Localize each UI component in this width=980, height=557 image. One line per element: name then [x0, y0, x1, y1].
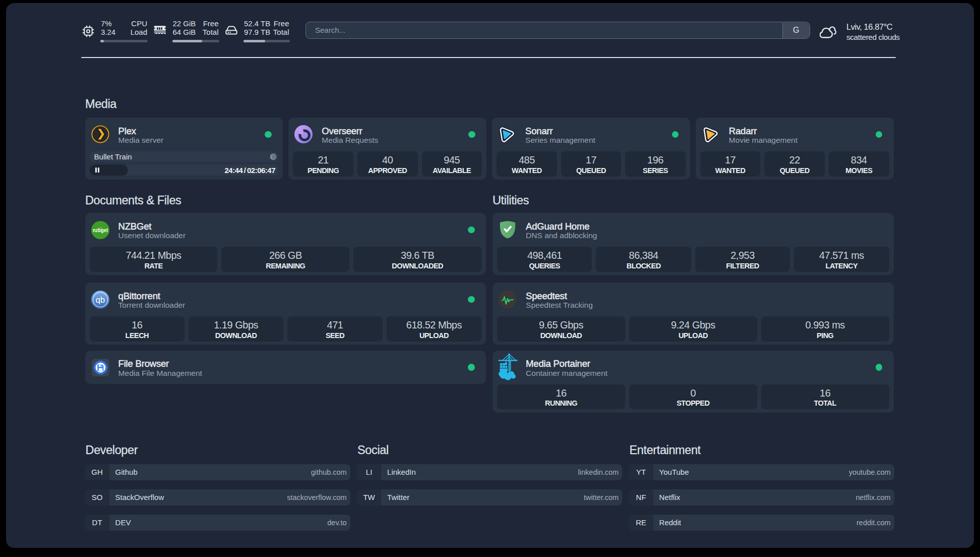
svg-text:qb: qb [95, 295, 104, 304]
svg-text:nzbget: nzbget [93, 228, 108, 233]
